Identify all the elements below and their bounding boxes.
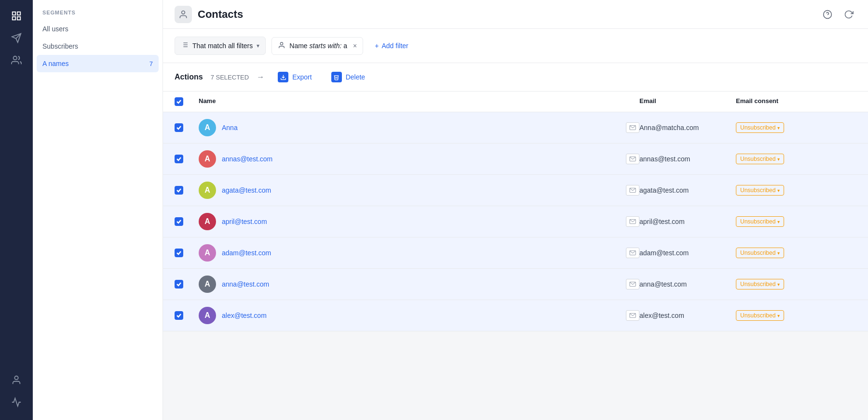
consent-badge-5[interactable]: Unsubscribed ▾ [736,279,784,289]
filter-match-label: That match all filters [192,42,253,50]
row-email-1: annas@test.com [639,155,736,163]
send-email-button-5[interactable] [626,279,639,289]
actions-label: Actions [175,73,203,81]
consent-badge-0[interactable]: Unsubscribed ▾ [736,122,784,133]
contact-cell-1: A annas@test.com [199,150,272,168]
row-checkbox-cell-4[interactable] [175,249,199,257]
svg-point-5 [14,376,18,380]
row-checkbox-1[interactable] [175,155,183,163]
table-row[interactable]: A Anna Anna@matcha.com Unsubscribed ▾ [163,112,868,144]
table-body: A Anna Anna@matcha.com Unsubscribed ▾ A [163,112,868,331]
nav-item-analytics[interactable] [6,392,27,412]
delete-icon [331,72,342,82]
filter-chip-name: Name starts with: a × [271,37,363,55]
send-email-button-3[interactable] [626,216,639,227]
avatar-3: A [199,213,216,230]
select-all-header[interactable] [175,97,199,106]
consent-badge-4[interactable]: Unsubscribed ▾ [736,248,784,258]
contact-name-5[interactable]: anna@test.com [222,280,269,288]
row-checkbox-5[interactable] [175,280,183,289]
help-button[interactable] [820,7,835,22]
row-checkbox-cell-0[interactable] [175,123,199,132]
consent-badge-1[interactable]: Unsubscribed ▾ [736,154,784,164]
nav-item-contacts-detail[interactable] [6,370,27,390]
actions-selected-count: 7 SELECTED [211,74,249,81]
send-email-button-6[interactable] [626,310,639,321]
contact-name-4[interactable]: adam@test.com [222,249,271,257]
sidebar-item-subscribers[interactable]: Subscribers [33,38,163,55]
filter-chip-contact-icon [278,41,285,51]
filter-chip-text: Name starts with: a [289,42,347,50]
select-all-checkbox[interactable] [175,97,183,106]
header: Contacts [163,0,868,29]
svg-rect-3 [17,17,20,20]
row-email-2: agata@test.com [639,186,736,194]
contact-name-6[interactable]: alex@test.com [222,312,267,319]
row-name-cell-6: A alex@test.com [199,307,639,324]
contact-cell-2: A agata@test.com [199,182,271,199]
table-row[interactable]: A april@test.com april@test.com Unsubscr… [163,206,868,237]
svg-point-15 [281,42,283,45]
row-checkbox-3[interactable] [175,217,183,226]
table-row[interactable]: A alex@test.com alex@test.com Unsubscrib… [163,300,868,331]
filter-bar: That match all filters ▾ Name starts wit… [163,29,868,63]
row-checkbox-cell-1[interactable] [175,155,199,163]
send-email-button-0[interactable] [626,122,639,133]
column-header-consent: Email consent [736,97,856,106]
row-checkbox-cell-3[interactable] [175,217,199,226]
row-checkbox-4[interactable] [175,249,183,257]
avatar-0: A [199,119,216,136]
sidebar-item-subscribers-label: Subscribers [42,42,78,50]
contact-cell-6: A alex@test.com [199,307,267,324]
row-consent-2: Unsubscribed ▾ [736,185,856,196]
consent-badge-3[interactable]: Unsubscribed ▾ [736,216,784,227]
table-row[interactable]: A agata@test.com agata@test.com Unsubscr… [163,175,868,206]
contact-name-1[interactable]: annas@test.com [222,155,272,163]
consent-badge-2[interactable]: Unsubscribed ▾ [736,185,784,196]
contact-name-3[interactable]: april@test.com [222,218,267,225]
sidebar-item-a-names[interactable]: A names 7 [37,55,159,72]
refresh-button[interactable] [841,7,856,22]
nav-item-contacts[interactable] [6,50,27,70]
filter-lines-icon [181,41,189,51]
send-email-button-1[interactable] [626,154,639,164]
row-checkbox-cell-5[interactable] [175,280,199,289]
main-area: Contacts That match all filters ▾ [163,0,868,420]
row-consent-5: Unsubscribed ▾ [736,279,856,289]
sidebar-item-all-users[interactable]: All users [33,20,163,38]
sidebar: SEGMENTS All users Subscribers A names 7 [33,0,163,420]
add-filter-button[interactable]: + Add filter [369,38,414,53]
svg-rect-0 [13,12,15,15]
table-row[interactable]: A adam@test.com adam@test.com Unsubscrib… [163,237,868,269]
avatar-4: A [199,244,216,262]
table-row[interactable]: A anna@test.com anna@test.com Unsubscrib… [163,269,868,300]
header-actions [820,7,856,22]
contact-name-0[interactable]: Anna [222,124,238,131]
send-email-button-2[interactable] [626,185,639,196]
table-row[interactable]: A annas@test.com annas@test.com Unsubscr… [163,144,868,175]
svg-point-6 [182,11,185,14]
row-consent-1: Unsubscribed ▾ [736,154,856,164]
row-checkbox-6[interactable] [175,311,183,320]
filter-match-selector[interactable]: That match all filters ▾ [175,37,266,55]
header-left: Contacts [175,6,243,23]
send-email-button-4[interactable] [626,248,639,258]
delete-label: Delete [346,73,365,81]
filter-chip-close-button[interactable]: × [353,42,357,50]
nav-item-dashboard[interactable] [6,6,27,26]
export-button[interactable]: Export [272,69,317,85]
contact-name-2[interactable]: agata@test.com [222,186,271,194]
consent-badge-6[interactable]: Unsubscribed ▾ [736,310,784,321]
delete-button[interactable]: Delete [326,69,371,85]
contacts-icon [175,6,192,23]
nav-item-campaigns[interactable] [6,28,27,48]
row-checkbox-cell-6[interactable] [175,311,199,320]
row-consent-3: Unsubscribed ▾ [736,216,856,227]
row-checkbox-2[interactable] [175,186,183,195]
row-checkbox-0[interactable] [175,123,183,132]
avatar-2: A [199,182,216,199]
export-icon [278,72,288,82]
column-header-name: Name [199,97,639,106]
row-checkbox-cell-2[interactable] [175,186,199,195]
contact-cell-3: A april@test.com [199,213,267,230]
